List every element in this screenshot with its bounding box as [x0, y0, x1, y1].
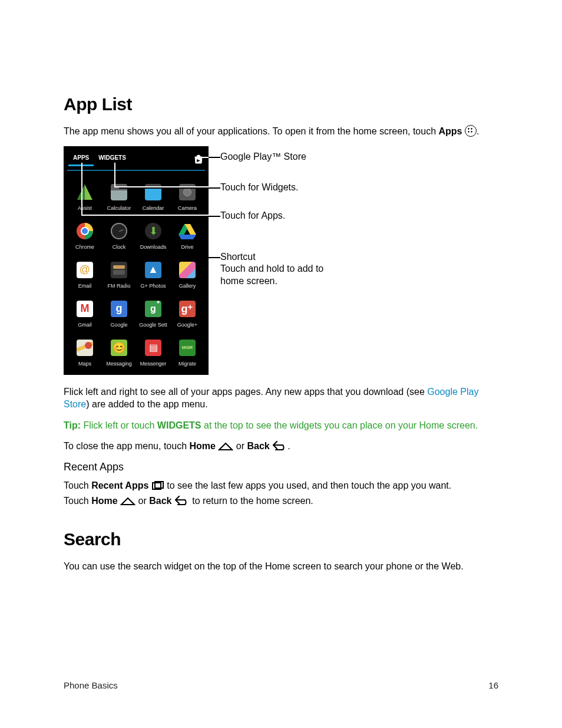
phone-tab-widgets[interactable]: WIDGETS: [94, 152, 131, 166]
app-gphotos[interactable]: ▲G+ Photos: [137, 253, 170, 289]
back-icon: [272, 440, 287, 451]
tip-widgets-word: WIDGETS: [157, 420, 201, 430]
back-icon: [174, 495, 190, 506]
flick-paragraph: Flick left and right to see all of your …: [64, 386, 498, 411]
app-drive[interactable]: Drive: [171, 215, 204, 250]
app-gallery[interactable]: Gallery: [171, 253, 204, 289]
app-list-figure: APPS WIDGETS Assist Calculator Calendar …: [64, 146, 498, 375]
svg-point-10: [85, 342, 92, 349]
recent-apps-icon: [151, 481, 164, 490]
search-body: You can use the search widget on the top…: [64, 560, 498, 573]
tip-label: Tip:: [64, 420, 81, 430]
app-chrome[interactable]: Chrome: [68, 215, 101, 250]
app-downloads[interactable]: ⬇Downloads: [137, 215, 170, 250]
app-grid: Assist Calculator Calendar Camera Chrome…: [67, 174, 205, 367]
app-google[interactable]: gGoogle: [103, 292, 135, 328]
intro-apps-word: Apps: [439, 126, 462, 136]
footer-section: Phone Basics: [64, 680, 118, 690]
svg-marker-8: [178, 235, 196, 239]
callout-shortcut: Shortcut Touch and hold to add to home s…: [220, 251, 323, 288]
phone-tab-apps[interactable]: APPS: [68, 152, 94, 166]
app-fm-radio[interactable]: FM Radio: [103, 253, 135, 289]
app-messenger[interactable]: ▤Messenger: [137, 331, 170, 367]
page-footer: Phone Basics 16: [64, 680, 498, 690]
callout-widgets: Touch for Widgets.: [220, 182, 299, 194]
home-icon: [120, 496, 135, 506]
svg-marker-2: [77, 185, 85, 200]
intro-paragraph: The app menu shows you all of your appli…: [64, 125, 498, 138]
footer-page-number: 16: [488, 680, 498, 690]
app-calendar[interactable]: Calendar: [137, 176, 170, 211]
app-assist[interactable]: Assist: [68, 176, 101, 211]
app-clock[interactable]: Clock: [103, 215, 135, 250]
phone-screenshot: APPS WIDGETS Assist Calculator Calendar …: [64, 146, 209, 375]
app-migrate[interactable]: MIGRMigrate: [171, 331, 204, 367]
close-menu-paragraph: To close the app menu, touch Home or Bac…: [64, 440, 498, 453]
play-store-icon[interactable]: [192, 154, 204, 164]
tip-paragraph: Tip: Flick left or touch WIDGETS at the …: [64, 419, 498, 432]
apps-grid-icon: [465, 125, 477, 137]
svg-point-5: [82, 228, 88, 234]
home-icon: [218, 442, 233, 451]
callout-apps: Touch for Apps.: [220, 210, 285, 222]
app-maps[interactable]: Maps: [68, 331, 101, 367]
app-email[interactable]: @Email: [68, 253, 101, 289]
app-google-plus[interactable]: g⁺Google+: [171, 292, 204, 328]
app-messaging[interactable]: 😊Messaging: [103, 331, 135, 367]
app-camera[interactable]: Camera: [171, 176, 204, 211]
heading-search: Search: [64, 529, 498, 549]
recent-line-1: Touch Recent Apps to see the last few ap…: [64, 479, 498, 492]
app-calculator[interactable]: Calculator: [103, 176, 135, 211]
intro-pre: The app menu shows you all of your appli…: [64, 126, 439, 136]
app-google-settings[interactable]: gGoogle Sett: [137, 292, 170, 328]
heading-recent-apps: Recent Apps: [64, 461, 498, 473]
heading-app-list: App List: [64, 94, 498, 114]
callout-play-store: Google Play™ Store: [220, 151, 306, 163]
intro-post: .: [477, 126, 479, 136]
recent-line-2: Touch Home or Back to return to the home…: [64, 495, 498, 508]
app-gmail[interactable]: MGmail: [68, 292, 101, 328]
